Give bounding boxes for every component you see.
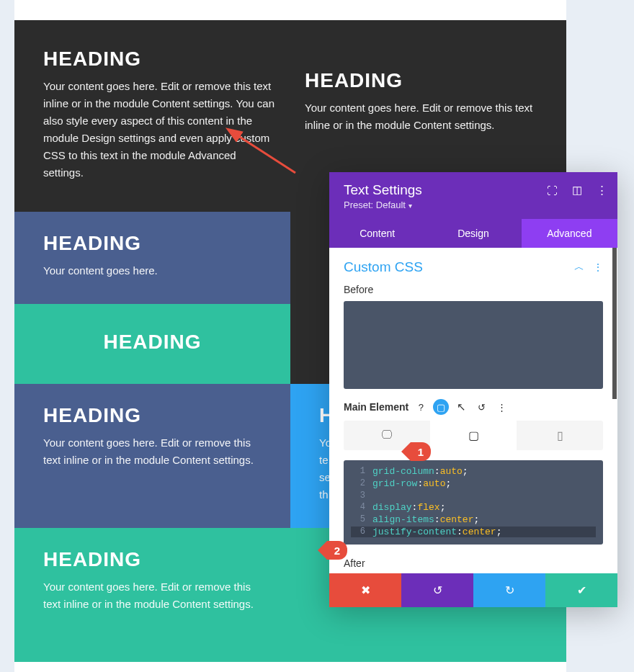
cancel-button[interactable]: ✖: [329, 573, 401, 607]
scrollbar[interactable]: [612, 248, 617, 399]
body-text: Your content goes here. Edit or remove t…: [305, 99, 537, 134]
redo-button[interactable]: ↻: [473, 573, 545, 607]
accordion-title[interactable]: Custom CSS: [344, 259, 423, 275]
main-element-code-input[interactable]: 1grid-column: auto; 2grid-row: auto; 3 4…: [344, 460, 603, 545]
before-label: Before: [344, 284, 603, 295]
panel-footer: ✖ ↺ ↻ ✔: [329, 573, 617, 607]
options-icon[interactable]: ⋮: [593, 261, 603, 273]
panel-tabs: Content Design Advanced: [329, 219, 617, 248]
device-tablet[interactable]: ▢: [430, 421, 517, 450]
preset-selector[interactable]: Preset: Default ▾: [344, 200, 603, 210]
heading: HEADING: [43, 404, 262, 427]
heading: HEADING: [43, 48, 276, 71]
tab-advanced[interactable]: Advanced: [522, 219, 617, 248]
tab-design[interactable]: Design: [425, 219, 521, 248]
chevron-down-icon: ▾: [408, 202, 412, 210]
device-selector: 🖵 ▢ ▯: [344, 421, 603, 450]
after-label: After: [344, 557, 603, 569]
panel-header: Text Settings Preset: Default ▾ ⛶ ◫ ⋮: [329, 172, 617, 219]
before-code-input[interactable]: [344, 301, 603, 389]
settings-panel: Text Settings Preset: Default ▾ ⛶ ◫ ⋮ Co…: [329, 172, 617, 607]
block-teal-center[interactable]: HEADING: [14, 304, 290, 384]
annotation-1: 1: [411, 442, 431, 461]
block-blue-1[interactable]: HEADING Your content goes here.: [14, 212, 290, 304]
expand-icon[interactable]: ⛶: [547, 184, 558, 197]
heading: HEADING: [43, 232, 262, 255]
layout-icon[interactable]: ◫: [572, 184, 582, 197]
body-text: Your content goes here. Edit or remove t…: [43, 578, 262, 613]
collapse-icon[interactable]: ︿: [574, 261, 584, 274]
save-button[interactable]: ✔: [545, 573, 617, 607]
heading: HEADING: [103, 331, 201, 354]
annotation-2: 2: [327, 541, 347, 560]
body-text: Your content goes here. Edit or remove t…: [43, 434, 262, 469]
hover-icon[interactable]: ↖: [453, 399, 469, 415]
ellipsis-icon[interactable]: ⋮: [494, 399, 509, 415]
heading: HEADING: [43, 548, 262, 571]
heading: HEADING: [305, 69, 537, 92]
help-icon[interactable]: ?: [413, 399, 429, 415]
more-icon[interactable]: ⋮: [597, 184, 607, 197]
device-phone[interactable]: ▯: [517, 421, 603, 450]
reset-icon[interactable]: ↺: [473, 399, 489, 415]
body-text: Your content goes here. Edit or remove t…: [43, 78, 276, 182]
main-element-label: Main Element: [344, 401, 408, 413]
panel-body: Custom CSS ︿ ⋮ Before Main Element ? ▢ ↖…: [329, 248, 617, 573]
tablet-icon[interactable]: ▢: [433, 399, 449, 415]
block-teal-2[interactable]: HEADING Your content goes here. Edit or …: [14, 528, 290, 662]
body-text: Your content goes here.: [43, 262, 262, 279]
block-blue-2[interactable]: HEADING Your content goes here. Edit or …: [14, 384, 290, 528]
undo-button[interactable]: ↺: [401, 573, 473, 607]
tab-content[interactable]: Content: [329, 219, 425, 248]
